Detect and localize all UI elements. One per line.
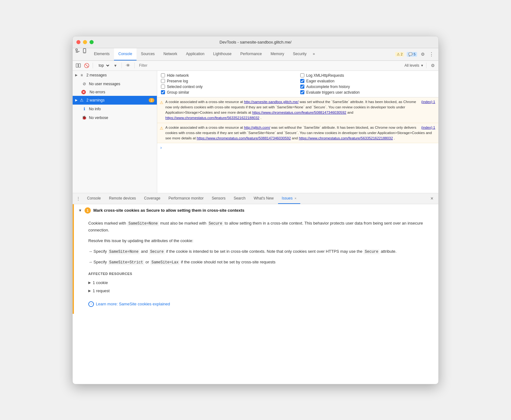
console-prompt[interactable]: ›: [157, 143, 438, 152]
filter-input[interactable]: [138, 63, 403, 68]
file-ref-link-2[interactable]: (index):1: [421, 125, 435, 130]
context-selector[interactable]: top: [96, 62, 110, 69]
eval-triggers-checkbox[interactable]: [300, 90, 304, 94]
bottom-tab-remote-devices[interactable]: Remote devices: [105, 193, 140, 204]
more-options-icon[interactable]: ⋮: [428, 51, 435, 57]
autocomplete-option[interactable]: Autocomplete from history: [300, 85, 435, 89]
warn1-link2[interactable]: https://www.chromestatus.com/feature/508…: [252, 111, 346, 114]
info-icon: ℹ: [81, 106, 87, 112]
bottom-tabs-more-icon[interactable]: ⋮: [75, 195, 81, 202]
affected-request-item[interactable]: ▶ 1 request: [88, 288, 432, 294]
issue-body: Cookies marked with SameSite=None must a…: [74, 217, 438, 314]
eager-eval-option[interactable]: Eager evaluation: [300, 79, 435, 83]
file-ref-link-1[interactable]: (index):1: [421, 99, 435, 105]
sidebar-item-warnings[interactable]: ▶ ⚠ 2 warnings 2: [73, 96, 157, 105]
warn1-link3[interactable]: https://www.chromestatus.com/feature/563…: [165, 116, 259, 120]
tab-security[interactable]: Security: [289, 48, 311, 60]
bottom-section: ⋮ Console Remote devices Coverage Perfor…: [73, 193, 438, 384]
samesite-lax-code: SameSite=Lax: [150, 260, 180, 265]
eval-triggers-option[interactable]: Evaluate triggers user activation: [300, 90, 435, 95]
warn2-link2[interactable]: https://www.chromestatus.com/feature/508…: [197, 136, 291, 140]
no-entry-icon[interactable]: 🚫: [83, 62, 90, 69]
bottom-tab-search[interactable]: Search: [230, 193, 249, 204]
bottom-tab-sensors[interactable]: Sensors: [208, 193, 229, 204]
warning-triangle-icon-2: ⚠: [160, 125, 163, 132]
bottom-tab-whats-new[interactable]: What's New: [250, 193, 277, 204]
hide-network-option[interactable]: Hide network: [161, 73, 295, 78]
bottom-tab-performance-monitor[interactable]: Performance monitor: [165, 193, 207, 204]
cookie-expand-arrow: ▶: [88, 280, 91, 286]
settings-icon[interactable]: ⚙: [420, 51, 426, 57]
log-xml-checkbox[interactable]: [300, 73, 304, 77]
warnings-count-badge: 2: [149, 98, 154, 102]
eager-eval-checkbox[interactable]: [300, 79, 304, 83]
log-xml-option[interactable]: Log XMLHttpRequests: [300, 73, 435, 78]
preserve-log-checkbox[interactable]: [161, 79, 165, 83]
mobile-icon[interactable]: [82, 48, 87, 53]
levels-label: All levels: [405, 63, 419, 68]
window-controls: [76, 40, 94, 44]
tab-elements[interactable]: Elements: [90, 48, 114, 60]
bottom-tab-issues[interactable]: Issues ×: [278, 193, 300, 204]
error-icon: [81, 90, 86, 94]
samesite-none-code-1: SameSite=None: [127, 221, 159, 226]
hide-network-checkbox[interactable]: [161, 73, 165, 77]
group-similar-option[interactable]: Group similar: [161, 90, 295, 95]
warn2-link3[interactable]: https://www.chromestatus.com/feature/563…: [299, 136, 393, 140]
close-drawer-button[interactable]: ×: [428, 196, 436, 201]
warnings-badge: ⚠ 2: [395, 52, 404, 57]
sidebar-item-messages[interactable]: ▶ ≡ 2 messages: [73, 71, 157, 80]
sidebar-item-user-messages[interactable]: ⊘ No user messages: [73, 80, 157, 88]
bottom-tab-coverage[interactable]: Coverage: [140, 193, 164, 204]
learn-more-label: Learn more: SameSite cookies explained: [96, 301, 170, 308]
bottom-tab-console[interactable]: Console: [83, 193, 105, 204]
group-similar-label: Group similar: [167, 90, 189, 95]
selected-context-label: Selected context only: [167, 85, 203, 89]
eye-icon[interactable]: 👁: [125, 62, 131, 69]
minimize-button[interactable]: [83, 40, 87, 44]
tab-performance[interactable]: Performance: [236, 48, 266, 60]
info-label: No info: [89, 107, 101, 111]
affected-cookie-item[interactable]: ▶ 1 cookie: [88, 279, 432, 286]
settings-cog-icon[interactable]: ⚙: [430, 62, 436, 69]
sidebar-item-errors[interactable]: No errors: [73, 88, 157, 96]
warn1-link1[interactable]: http://samesite-sandbox.glitch.me/: [244, 100, 299, 104]
dropdown-icon[interactable]: ▾: [112, 62, 118, 69]
issue-header[interactable]: ▼ 1 Mark cross-site cookies as Secure to…: [74, 204, 438, 217]
inspect-icon[interactable]: [75, 48, 80, 53]
selected-context-option[interactable]: Selected context only: [161, 85, 295, 89]
warn2-link1[interactable]: http://glitch.com/: [244, 126, 270, 129]
group-similar-checkbox[interactable]: [161, 90, 165, 94]
secure-code-2: Secure: [149, 249, 165, 254]
tab-more[interactable]: »: [311, 48, 317, 60]
request-expand-arrow: ▶: [88, 288, 91, 294]
selected-context-checkbox[interactable]: [161, 85, 165, 89]
tab-network[interactable]: Network: [159, 48, 182, 60]
tab-application[interactable]: Application: [182, 48, 209, 60]
user-messages-label: No user messages: [89, 82, 120, 86]
tab-lighthouse[interactable]: Lighthouse: [209, 48, 236, 60]
preserve-log-option[interactable]: Preserve log: [161, 79, 295, 83]
autocomplete-label: Autocomplete from history: [306, 85, 350, 89]
console-log-area: Hide network Log XMLHttpRequests Preserv…: [157, 71, 438, 193]
console-layout-icon[interactable]: [75, 62, 81, 69]
warnings-label: 2 warnings: [86, 98, 105, 102]
log-xml-label: Log XMLHttpRequests: [306, 73, 344, 78]
warnings-expand-arrow: ▶: [75, 98, 78, 102]
tab-memory[interactable]: Memory: [266, 48, 288, 60]
preserve-log-label: Preserve log: [167, 79, 188, 83]
issue-expand-arrow: ▼: [78, 208, 82, 213]
autocomplete-checkbox[interactable]: [300, 85, 304, 89]
separator: [93, 63, 93, 68]
tab-sources[interactable]: Sources: [137, 48, 159, 60]
samesite-strict-code: SameSite=Strict: [108, 260, 144, 265]
maximize-button[interactable]: [90, 40, 94, 44]
issue-bullet-2: → Specify SameSite=Strict or SameSite=La…: [88, 259, 432, 266]
close-issues-tab[interactable]: ×: [295, 196, 297, 200]
learn-more-link[interactable]: → Learn more: SameSite cookies explained: [88, 301, 432, 308]
tab-console[interactable]: Console: [114, 48, 137, 60]
close-button[interactable]: [76, 40, 80, 44]
sidebar-item-info[interactable]: ℹ No info: [73, 105, 157, 113]
levels-arrow[interactable]: ▾: [421, 63, 423, 68]
sidebar-item-verbose[interactable]: 🐞 No verbose: [73, 113, 157, 122]
